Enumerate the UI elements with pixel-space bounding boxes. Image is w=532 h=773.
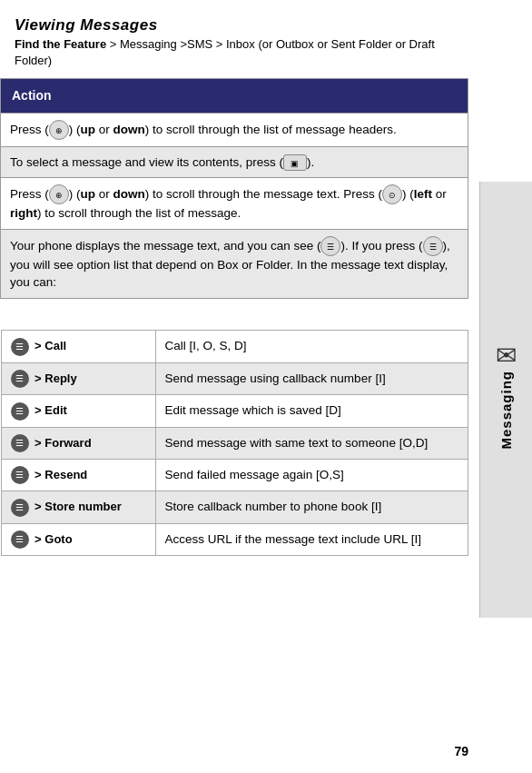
- option-icon-1: ☰: [320, 236, 340, 256]
- menu-icon: ☰: [11, 466, 29, 484]
- press-to-header: Press To: [1, 299, 468, 331]
- page-title: Viewing Messages: [15, 16, 454, 35]
- menu-icon: ☰: [11, 370, 29, 388]
- content-area: Viewing Messages Find the Feature > Mess…: [0, 0, 532, 556]
- action-cell-1: Press (⊕) (up or down) to scroll through…: [1, 113, 468, 146]
- sub-table-cell: Press To ☰ > CallCall [I, O, S, D]☰ > Re…: [1, 298, 468, 556]
- page-number: 79: [454, 744, 468, 758]
- press-label: > Reply: [32, 372, 77, 385]
- sub-table-row: Press To ☰ > CallCall [I, O, S, D]☰ > Re…: [1, 298, 468, 556]
- press-label: > Call: [32, 339, 67, 352]
- action-row-1: Press (⊕) (up or down) to scroll through…: [1, 113, 468, 146]
- press-to-row: ☰ > EditEdit message which is saved [D]: [1, 395, 468, 427]
- action-row-4: Your phone displays the message text, an…: [1, 229, 468, 298]
- to-cell: Send message with same text to someone […: [155, 427, 468, 459]
- press-to-row: ☰ > CallCall [I, O, S, D]: [1, 331, 468, 362]
- nav-left-right-icon: ⊙: [382, 184, 402, 204]
- find-feature-label: Find the Feature: [15, 37, 106, 51]
- action-header-row: Action: [1, 79, 468, 113]
- press-to-row: ☰ > ReplySend message using callback num…: [1, 362, 468, 394]
- press-to-row: ☰ > ResendSend failed message again [O,S…: [1, 459, 468, 491]
- press-to-table: Press To ☰ > CallCall [I, O, S, D]☰ > Re…: [1, 299, 468, 556]
- menu-icon: ☰: [11, 499, 29, 517]
- press-label: > Resend: [32, 468, 88, 481]
- to-cell: Store callback number to phone book [I]: [155, 491, 468, 523]
- press-label: > Edit: [32, 403, 67, 417]
- action-cell-3: Press (⊕) (up or down) to scroll through…: [1, 178, 468, 230]
- press-to-row: ☰ > ForwardSend message with same text t…: [1, 427, 468, 459]
- press-cell: ☰ > Forward: [1, 427, 155, 459]
- nav-up-down-icon-2: ⊕: [49, 184, 69, 204]
- sidebar-label: Messaging: [498, 371, 514, 450]
- select-icon: ▣: [283, 154, 307, 171]
- title-area: Viewing Messages Find the Feature > Mess…: [0, 0, 468, 74]
- action-cell-4: Your phone displays the message text, an…: [1, 229, 468, 298]
- press-cell: ☰ > Store number: [1, 491, 155, 523]
- to-cell: Edit message which is saved [D]: [155, 395, 468, 427]
- action-row-3: Press (⊕) (up or down) to scroll through…: [1, 178, 468, 230]
- to-cell: Call [I, O, S, D]: [155, 331, 468, 362]
- press-to-row: ☰ > GotoAccess URL if the message text i…: [1, 523, 468, 555]
- main-table: Action Press (⊕) (up or down) to scroll …: [0, 78, 468, 556]
- press-header: Press: [1, 299, 155, 331]
- menu-icon: ☰: [11, 402, 29, 421]
- action-header: Action: [1, 79, 468, 113]
- action-cell-2: To select a message and view its content…: [1, 146, 468, 178]
- press-label: > Forward: [32, 436, 92, 450]
- to-cell: Send failed message again [O,S]: [155, 459, 468, 491]
- to-cell: Access URL if the message text include U…: [155, 523, 468, 555]
- press-label: > Goto: [32, 532, 73, 546]
- messaging-sidebar: ✉ Messaging: [479, 182, 532, 618]
- press-to-row: ☰ > Store numberStore callback number to…: [1, 491, 468, 523]
- feature-path: Find the Feature > Messaging >SMS > Inbo…: [15, 36, 454, 69]
- nav-up-down-icon-1: ⊕: [49, 120, 69, 140]
- page: ✉ Messaging Viewing Messages Find the Fe…: [0, 0, 532, 773]
- press-cell: ☰ > Call: [1, 331, 155, 362]
- option-icon-2: ☰: [423, 236, 443, 256]
- menu-icon: ☰: [11, 530, 29, 549]
- press-cell: ☰ > Resend: [1, 459, 155, 491]
- to-header: To: [155, 299, 468, 331]
- press-cell: ☰ > Edit: [1, 395, 155, 427]
- menu-icon: ☰: [11, 434, 29, 452]
- messaging-icon: ✉: [496, 341, 517, 371]
- to-cell: Send message using callback number [I]: [155, 362, 468, 394]
- press-cell: ☰ > Reply: [1, 362, 155, 394]
- menu-icon: ☰: [11, 338, 29, 356]
- press-cell: ☰ > Goto: [1, 523, 155, 555]
- action-row-2: To select a message and view its content…: [1, 146, 468, 178]
- press-label: > Store number: [32, 500, 122, 513]
